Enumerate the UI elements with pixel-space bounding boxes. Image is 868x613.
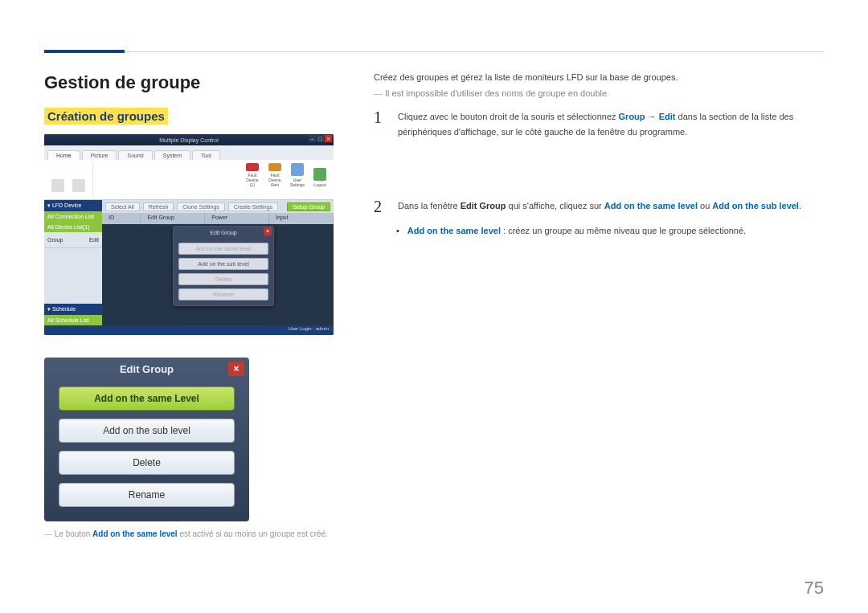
tab-tool[interactable]: Tool	[192, 150, 220, 160]
sidebar-lfd-header[interactable]: ▾ LFD Device	[44, 200, 102, 211]
screenshot-edit-group-dialog: Edit Group × Add on the same Level Add o…	[44, 358, 249, 521]
tab-sound[interactable]: Sound	[118, 150, 152, 160]
mdc-btn-rename[interactable]: Rename	[178, 288, 268, 300]
bullet-add-same-level: Add on the same level : créez un groupe …	[396, 226, 824, 235]
btn-refresh[interactable]: Refresh	[143, 202, 174, 211]
close-icon[interactable]: ×	[264, 227, 272, 235]
window-min-icon[interactable]: –	[309, 135, 316, 142]
footnote: Le bouton Add on the same level est acti…	[44, 529, 334, 538]
page: Gestion de groupe Création de groupes Mu…	[0, 0, 868, 562]
mdc-main: Select All Refresh Clone Settings Create…	[102, 200, 334, 325]
mdc-edit-group-dialog: Edit Group × Add on the same level Add o…	[173, 226, 274, 306]
mdc-sidebar: ▾ LFD Device All Connection List All Dev…	[44, 200, 102, 325]
page-title: Gestion de groupe	[44, 72, 334, 93]
col-id: ID	[102, 213, 141, 224]
mdc-btn-delete[interactable]: Delete	[178, 273, 268, 285]
right-column: Créez des groupes et gérez la liste de m…	[374, 72, 824, 538]
page-number: 75	[805, 578, 824, 599]
left-column: Gestion de groupe Création de groupes Mu…	[44, 72, 334, 538]
tab-picture[interactable]: Picture	[82, 150, 117, 160]
mdc-btn-add-sub-level[interactable]: Add on the sub level	[178, 258, 268, 270]
sidebar-schedule-header[interactable]: ▾ Schedule	[44, 304, 102, 315]
screenshot-mdc-app: Multiple Display Control – □ × Home Pict…	[44, 134, 334, 335]
btn-add-sub-level[interactable]: Add on the sub level	[59, 419, 235, 443]
ribbon-power-group	[49, 168, 67, 192]
btn-setup-group[interactable]: Setup Group	[287, 202, 330, 211]
logout-icon[interactable]: Logout	[311, 163, 329, 187]
fault-device-icon[interactable]: Fault Device (1)	[244, 163, 261, 187]
header-rule	[125, 51, 824, 52]
sidebar-all-schedule[interactable]: All Schedule List	[44, 315, 102, 325]
note-text: Il est impossible d'utiliser des noms de…	[374, 88, 824, 98]
window-close-icon[interactable]: ×	[325, 135, 332, 142]
section-subheading: Création de groupes	[44, 108, 168, 125]
step-1: 1 Cliquez avec le bouton droit de la sou…	[374, 109, 824, 139]
btn-add-same-level[interactable]: Add on the same Level	[59, 386, 235, 411]
sidebar-all-connection[interactable]: All Connection List	[44, 211, 102, 222]
mdc-statusbar: User Login : admin	[44, 325, 334, 335]
sidebar-all-device[interactable]: All Device List(1)	[44, 222, 102, 232]
user-settings-icon[interactable]: User Settings	[289, 163, 306, 187]
btn-rename[interactable]: Rename	[59, 483, 235, 507]
tab-home[interactable]: Home	[47, 150, 80, 160]
header-accent-bar	[44, 50, 125, 53]
mdc-column-headers: ID Edit Group Power Input	[102, 213, 334, 224]
mdc-titlebar: Multiple Display Control – □ ×	[44, 134, 334, 145]
mdc-ribbon: Fault Device (1) Fault Device Alert User…	[44, 160, 334, 200]
tab-system[interactable]: System	[154, 150, 190, 160]
step-body: Dans la fenêtre Edit Group qui s'affiche…	[398, 198, 801, 215]
mdc-btn-add-same-level[interactable]: Add on the same level	[178, 243, 268, 255]
col-edit-group: Edit Group	[141, 213, 205, 224]
mdc-title: Multiple Display Control	[159, 137, 219, 143]
col-input: Input	[269, 213, 334, 224]
btn-delete[interactable]: Delete	[59, 451, 235, 475]
step-number: 1	[374, 109, 388, 139]
sidebar-edit-label: Edit	[89, 237, 99, 243]
mdc-dialog-title: Edit Group ×	[174, 227, 273, 238]
col-power: Power	[205, 213, 269, 224]
fault-alert-icon[interactable]: Fault Device Alert	[266, 163, 284, 187]
step-body: Cliquez avec le bouton droit de la souri…	[398, 109, 824, 139]
sidebar-group-row[interactable]: Group Edit	[44, 232, 102, 248]
btn-create-settings[interactable]: Create Settings	[228, 202, 278, 211]
intro-text: Créez des groupes et gérez la liste de m…	[374, 72, 824, 82]
mdc-toolbar: Select All Refresh Clone Settings Create…	[102, 200, 334, 213]
btn-select-all[interactable]: Select All	[105, 202, 140, 211]
step-number: 2	[374, 198, 388, 215]
window-max-icon[interactable]: □	[317, 135, 324, 142]
mdc-tabstrip: Home Picture Sound System Tool	[44, 145, 334, 160]
ribbon-volume-group	[70, 168, 88, 192]
dialog-title: Edit Group ×	[44, 358, 249, 380]
btn-clone-settings[interactable]: Clone Settings	[177, 202, 225, 211]
sidebar-group-label: Group	[47, 237, 63, 243]
close-icon[interactable]: ×	[228, 362, 244, 376]
step-2: 2 Dans la fenêtre Edit Group qui s'affic…	[374, 198, 824, 215]
